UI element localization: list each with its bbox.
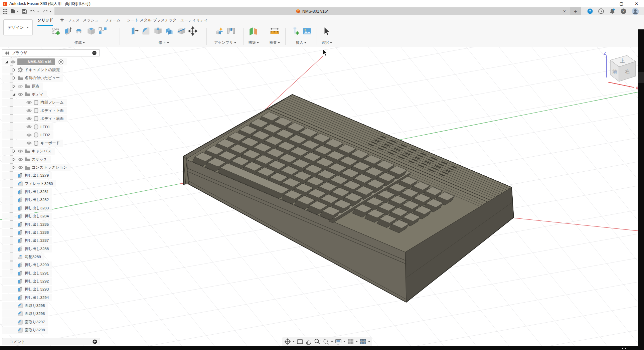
visibility-eye-icon[interactable] xyxy=(18,149,23,153)
ribbon-group-label[interactable]: 作成 xyxy=(39,40,120,45)
redo-icon[interactable] xyxy=(42,9,51,14)
display-settings-button[interactable] xyxy=(335,338,345,345)
expander-icon[interactable] xyxy=(12,68,16,72)
visibility-eye-icon[interactable] xyxy=(26,109,32,113)
timeline-feature-6[interactable]: 押し出し3285 xyxy=(2,221,52,228)
construction-plane-icon[interactable] xyxy=(249,26,259,38)
expander-icon[interactable] xyxy=(5,60,9,64)
ribbon-group-label[interactable]: 挿入 xyxy=(287,40,315,45)
move-icon[interactable] xyxy=(188,26,198,38)
comment-input[interactable]: コメント xyxy=(2,338,100,345)
timeline-feature-8[interactable]: 押し出し3287 xyxy=(2,237,52,244)
joint-icon[interactable] xyxy=(226,26,236,38)
ribbon-tab-4[interactable]: シート メタル xyxy=(127,18,152,23)
combine-icon[interactable] xyxy=(165,26,175,38)
visibility-eye-icon[interactable] xyxy=(26,101,32,104)
extrude-icon[interactable] xyxy=(63,26,73,38)
revolve-icon[interactable] xyxy=(74,26,85,38)
timeline-feature-19[interactable]: 面取り3298 xyxy=(2,327,48,334)
expander-icon[interactable] xyxy=(12,158,16,161)
browser-tree-item-2[interactable]: 名前の付いたビュー xyxy=(2,74,63,82)
ribbon-group-label[interactable]: 検査 xyxy=(265,40,284,45)
visibility-eye-icon[interactable] xyxy=(18,84,23,88)
timeline-feature-9[interactable]: 押し出し3288 xyxy=(2,245,52,252)
browser-tree-item-8[interactable]: LED1 xyxy=(2,123,53,131)
timeline-feature-7[interactable]: 押し出し3286 xyxy=(2,229,52,236)
avatar[interactable] xyxy=(632,8,639,15)
ribbon-tab-6[interactable]: ユーティリティ xyxy=(180,18,208,23)
timeline-feature-5[interactable]: 押し出し3284 xyxy=(2,213,52,220)
maximize-button[interactable]: ▢ xyxy=(614,0,629,7)
browser-tree-item-5[interactable]: 内部フレーム xyxy=(2,99,67,106)
hole-icon[interactable] xyxy=(86,26,96,38)
browser-tree-item-7[interactable]: ボディ・底面 xyxy=(2,115,67,122)
undo-icon[interactable] xyxy=(30,9,39,14)
timeline-feature-2[interactable]: 押し出し3281 xyxy=(2,188,52,196)
visibility-eye-icon[interactable] xyxy=(18,93,23,96)
ribbon-group-label[interactable]: 修正 xyxy=(122,40,205,45)
browser-tree-item-13[interactable]: コンストラクション xyxy=(2,164,70,171)
new-component-icon[interactable] xyxy=(214,26,224,38)
timeline-feature-15[interactable]: 押し出し3294 xyxy=(2,294,52,301)
ribbon-tab-5[interactable]: プラスチック xyxy=(153,18,177,23)
browser-tree-item-12[interactable]: スケッチ xyxy=(2,156,51,163)
shell-icon[interactable] xyxy=(153,26,163,38)
timeline-feature-12[interactable]: 押し出し3291 xyxy=(2,270,52,277)
activate-radio-icon[interactable] xyxy=(58,59,63,64)
expander-icon[interactable] xyxy=(12,149,16,153)
expander-icon[interactable] xyxy=(12,93,16,96)
collapse-panel-icon[interactable] xyxy=(5,51,9,55)
help-icon[interactable]: ? xyxy=(621,8,626,14)
app-grid-icon[interactable] xyxy=(3,9,7,14)
visibility-eye-icon[interactable] xyxy=(26,141,32,145)
visibility-eye-icon[interactable] xyxy=(26,133,32,137)
expander-icon[interactable] xyxy=(12,84,16,88)
select-cursor-icon[interactable] xyxy=(322,26,332,38)
orbit-button[interactable] xyxy=(284,338,295,345)
timeline-feature-17[interactable]: 面取り3296 xyxy=(2,310,48,318)
document-tab-close-icon[interactable]: × xyxy=(563,7,566,15)
browser-tree-item-0[interactable]: NMS-801 v16 xyxy=(2,58,67,65)
ribbon-tab-0[interactable]: ソリッド xyxy=(37,18,53,23)
ribbon-tab-2[interactable]: メッシュ xyxy=(83,18,99,23)
close-button[interactable]: ✕ xyxy=(629,0,644,7)
job-status-clock-icon[interactable] xyxy=(598,8,604,14)
press-pull-icon[interactable] xyxy=(130,26,140,38)
save-icon[interactable] xyxy=(22,9,27,14)
timeline-feature-0[interactable]: 押し出し3279 xyxy=(2,172,52,179)
expander-icon[interactable] xyxy=(12,76,16,80)
timeline-feature-1[interactable]: フィレット3280 xyxy=(2,180,56,187)
fillet-icon[interactable] xyxy=(141,26,151,38)
minimize-button[interactable]: – xyxy=(599,0,614,7)
pattern-icon[interactable] xyxy=(98,26,108,38)
timeline-feature-4[interactable]: 押し出し3283 xyxy=(2,204,52,212)
visibility-eye-icon[interactable] xyxy=(26,125,32,129)
insert-mesh-icon[interactable] xyxy=(290,26,300,38)
notifications-bell-icon[interactable] xyxy=(609,8,615,14)
pan-button[interactable] xyxy=(305,338,312,345)
insert-canvas-icon[interactable] xyxy=(302,26,312,38)
remove-panel-icon[interactable] xyxy=(92,51,97,55)
add-comment-icon[interactable] xyxy=(93,339,97,344)
timeline-feature-16[interactable]: 面取り3295 xyxy=(2,302,48,310)
timeline-feature-10[interactable]: 勾配3289 xyxy=(2,253,44,260)
look-at-button[interactable] xyxy=(297,338,303,345)
viewports-button[interactable] xyxy=(360,338,370,345)
browser-panel-header[interactable]: ブラウザ xyxy=(2,49,100,56)
timeline-feature-11[interactable]: 押し出し3290 xyxy=(2,261,52,269)
ribbon-group-label[interactable]: 選択 xyxy=(318,40,335,45)
timeline-feature-14[interactable]: 押し出し3293 xyxy=(2,286,52,293)
zoom-button[interactable]: ± xyxy=(314,338,321,345)
document-tab[interactable]: NMS-801 v16* × xyxy=(54,7,570,15)
new-tab-button[interactable]: + xyxy=(570,7,581,15)
visibility-eye-icon[interactable] xyxy=(18,158,23,161)
ribbon-tab-3[interactable]: フォーム xyxy=(105,18,121,23)
ribbon-group-label[interactable]: 構築 xyxy=(245,40,263,45)
3d-viewport[interactable] xyxy=(0,47,644,346)
timeline-feature-3[interactable]: 押し出し3282 xyxy=(2,196,52,204)
timeline-feature-13[interactable]: 押し出し3292 xyxy=(2,278,52,285)
visibility-eye-icon[interactable] xyxy=(10,60,16,64)
visibility-eye-icon[interactable] xyxy=(26,117,32,121)
create-sketch-icon[interactable] xyxy=(51,26,61,38)
grid-settings-button[interactable] xyxy=(347,338,358,345)
